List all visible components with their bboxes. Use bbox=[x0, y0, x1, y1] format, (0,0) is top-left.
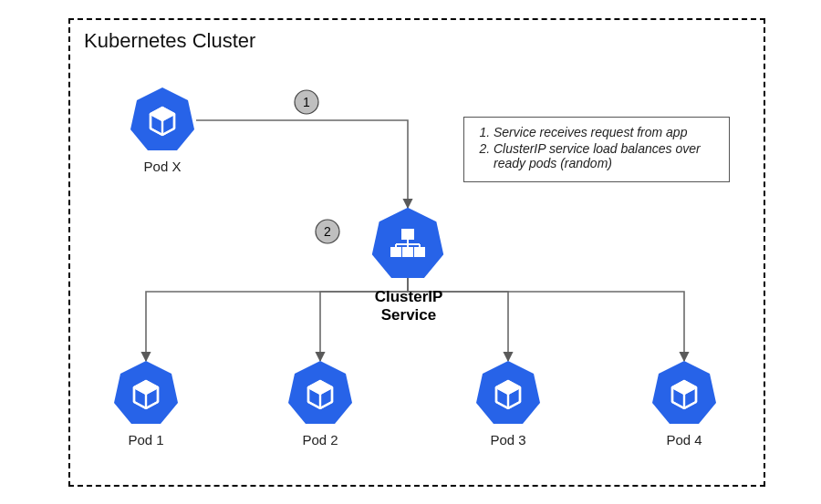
pod-3-icon bbox=[476, 361, 540, 424]
pod-3-label: Pod 3 bbox=[484, 432, 532, 447]
svg-text:1: 1 bbox=[303, 95, 310, 109]
pod-1-icon bbox=[114, 361, 178, 424]
pod-4-label: Pod 4 bbox=[660, 432, 708, 447]
step-2-badge: 2 bbox=[316, 220, 339, 243]
legend-item-1: Service receives request from app bbox=[494, 125, 720, 139]
pod-x-icon bbox=[130, 87, 194, 150]
svg-text:2: 2 bbox=[324, 224, 331, 239]
step-1-badge: 1 bbox=[295, 90, 318, 114]
pod-2-label: Pod 2 bbox=[296, 432, 344, 447]
clusterip-service-label: ClusterIP Service bbox=[367, 288, 451, 324]
nodes-svg: 1 2 bbox=[0, 0, 821, 504]
diagram-canvas: Kubernetes Cluster bbox=[0, 0, 821, 504]
clusterip-service-icon bbox=[372, 208, 443, 278]
legend-box: Service receives request from app Cluste… bbox=[463, 117, 730, 182]
pod-2-icon bbox=[288, 361, 352, 424]
pod-x-label: Pod X bbox=[137, 159, 188, 174]
pod-4-icon bbox=[652, 361, 716, 424]
legend-item-2: ClusterIP service load balances over rea… bbox=[494, 141, 720, 170]
pod-1-label: Pod 1 bbox=[122, 432, 170, 447]
